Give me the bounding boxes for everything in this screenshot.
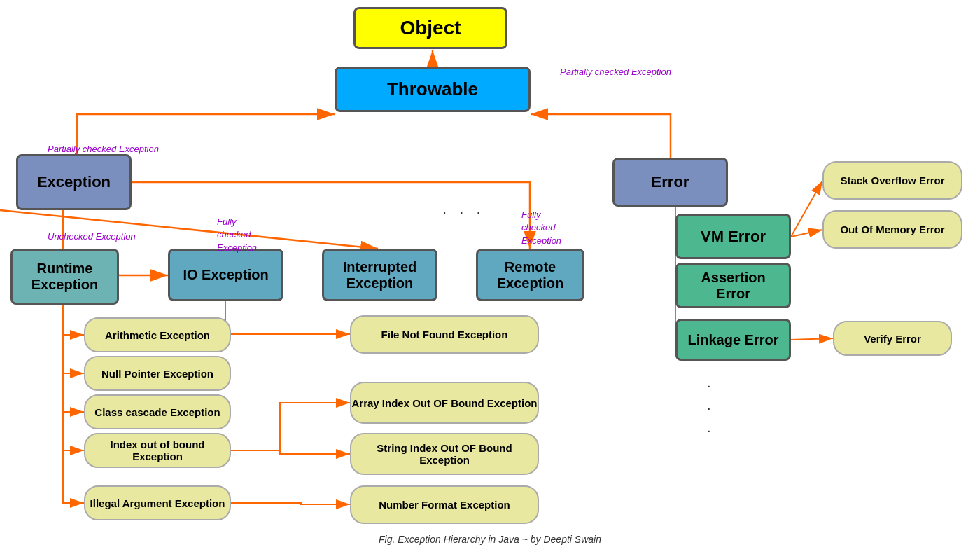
node-interrupted: Interrupted Exception — [322, 249, 438, 301]
dots-exceptions: . . . — [442, 200, 485, 218]
label-fully-checked-io: Fully checked Exception — [217, 203, 257, 254]
label-partially-checked-left: Partially checked Exception — [48, 144, 159, 154]
diagram: Object Throwable Exception Error Runtime… — [0, 0, 980, 552]
svg-line-6 — [791, 181, 822, 237]
node-remote: Remote Exception — [476, 249, 584, 301]
node-io: IO Exception — [168, 249, 284, 301]
leaf-number-format: Number Format Exception — [350, 485, 539, 524]
svg-line-7 — [791, 230, 822, 237]
leaf-index-bound: Index out of bound Exception — [84, 433, 231, 468]
svg-line-8 — [791, 338, 833, 340]
dots-error-small: ... — [707, 371, 711, 439]
leaf-class-cascade: Class cascade Exception — [84, 394, 231, 429]
node-error: Error — [612, 158, 728, 207]
node-assertion-error: Assertion Error — [676, 263, 791, 308]
label-fully-checked-remote: Fully checked Exception — [522, 196, 561, 247]
leaf-array-index: Array Index Out OF Bound Exception — [350, 382, 539, 424]
leaf-illegal-arg: Illegal Argument Exception — [84, 485, 231, 520]
node-object: Object — [354, 7, 507, 49]
caption: Fig. Exception Hierarchy in Java ~ by De… — [379, 534, 601, 545]
svg-line-3 — [0, 210, 378, 249]
node-linkage-error: Linkage Error — [676, 319, 791, 361]
node-vm-error: VM Error — [676, 214, 791, 259]
leaf-arithmetic: Arithmetic Exception — [84, 317, 231, 352]
leaf-stack-overflow: Stack Overflow Error — [822, 161, 962, 200]
leaf-file-not-found: File Not Found Exception — [350, 315, 539, 354]
label-partially-checked-top: Partially checked Exception — [560, 67, 671, 77]
label-unchecked: Unchecked Exception — [48, 231, 136, 242]
leaf-null-pointer: Null Pointer Exception — [84, 356, 231, 391]
node-runtime: Runtime Exception — [10, 249, 119, 305]
leaf-out-memory: Out Of Memory Error — [822, 210, 962, 249]
node-exception: Exception — [16, 154, 132, 210]
leaf-string-index: String Index Out OF Bound Exception — [350, 433, 539, 475]
leaf-verify-error: Verify Error — [833, 321, 952, 356]
node-throwable: Throwable — [335, 67, 531, 112]
